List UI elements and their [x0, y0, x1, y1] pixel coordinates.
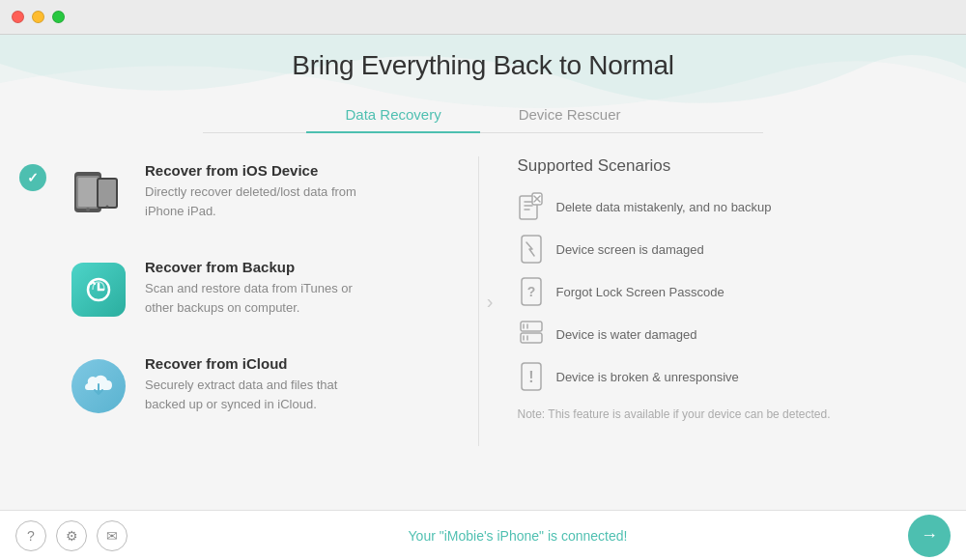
scenario-screen-damaged: Device screen is damaged	[518, 236, 899, 263]
titlebar	[0, 0, 966, 35]
broken-icon: !	[518, 363, 545, 390]
svg-text:!: !	[528, 369, 533, 385]
icloud-icon	[68, 355, 129, 417]
right-column: Supported Scenarios Delete data mistaken…	[479, 156, 899, 446]
note-text: Note: This feature is available if your …	[518, 406, 899, 423]
left-column: Recover from iOS Device Directly recover…	[68, 156, 479, 446]
svg-rect-2	[78, 178, 98, 207]
settings-button[interactable]: ⚙	[56, 520, 87, 551]
option-backup[interactable]: Recover from Backup Scan and restore dat…	[68, 253, 449, 326]
ios-device-icon	[68, 162, 129, 224]
water-damaged-icon	[518, 321, 545, 348]
forgot-passcode-icon: ?	[518, 278, 545, 305]
tab-device-rescuer[interactable]: Device Rescuer	[480, 98, 660, 132]
scenario-no-backup-text: Delete data mistakenly, and no backup	[556, 200, 772, 214]
bottom-bar: ? ⚙ ✉ Your "iMobie's iPhone" is connecte…	[0, 510, 966, 560]
svg-rect-5	[99, 180, 116, 207]
connected-status: Your "iMobie's iPhone" is connected!	[128, 528, 908, 544]
screen-damaged-icon	[518, 236, 545, 263]
scenario-water-damaged-text: Device is water damaged	[556, 327, 697, 342]
tab-bar: Data Recovery Device Rescuer	[203, 98, 763, 133]
scenario-broken-text: Device is broken & unresponsive	[556, 370, 739, 384]
mail-button[interactable]: ✉	[97, 520, 128, 551]
option-ios-device[interactable]: Recover from iOS Device Directly recover…	[68, 156, 449, 230]
selected-indicator	[19, 164, 46, 191]
backup-text: Recover from Backup Scan and restore dat…	[145, 259, 377, 317]
bottom-left-icons: ? ⚙ ✉	[15, 520, 128, 551]
scenario-forgot-passcode: ? Forgot Lock Screen Passcode	[518, 278, 899, 305]
scenario-forgot-passcode-text: Forgot Lock Screen Passcode	[556, 285, 724, 299]
svg-point-3	[86, 208, 90, 211]
close-button[interactable]	[12, 11, 24, 23]
scenario-screen-damaged-text: Device screen is damaged	[556, 242, 704, 257]
scenario-water-damaged: Device is water damaged	[518, 321, 899, 348]
svg-text:?: ?	[526, 284, 535, 299]
help-button[interactable]: ?	[15, 520, 46, 551]
scenario-broken: ! Device is broken & unresponsive	[518, 363, 899, 390]
two-column-layout: Recover from iOS Device Directly recover…	[68, 156, 898, 446]
main-content: Bring Everything Back to Normal Data Rec…	[0, 35, 966, 510]
tab-data-recovery[interactable]: Data Recovery	[306, 98, 479, 132]
maximize-button[interactable]	[52, 11, 65, 23]
scenario-no-backup: Delete data mistakenly, and no backup	[518, 193, 899, 220]
section-divider-arrow: ›	[487, 291, 494, 313]
next-button[interactable]: →	[908, 515, 951, 557]
option-icloud[interactable]: Recover from iCloud Securely extract dat…	[68, 350, 449, 423]
main-title: Bring Everything Back to Normal	[292, 50, 673, 81]
minimize-button[interactable]	[32, 11, 44, 23]
no-backup-icon	[518, 193, 545, 220]
icloud-text: Recover from iCloud Securely extract dat…	[145, 355, 377, 413]
svg-point-6	[106, 206, 109, 209]
ios-device-text: Recover from iOS Device Directly recover…	[145, 162, 377, 220]
scenarios-heading: Supported Scenarios	[518, 156, 899, 176]
backup-icon	[68, 259, 129, 321]
